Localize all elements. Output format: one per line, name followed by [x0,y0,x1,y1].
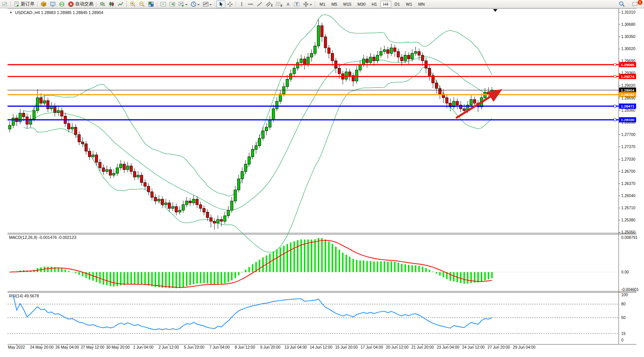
new-chart-dropdown[interactable] [177,1,189,8]
trendline-tool[interactable] [255,1,264,8]
zoom-out-icon[interactable] [137,1,146,8]
svg-text:17 Jun 04:00: 17 Jun 04:00 [361,345,383,349]
svg-text:24 Jun 12:00: 24 Jun 12:00 [462,345,485,349]
dropdown-caret-icon [185,4,187,6]
macd-label: MACD(12,26,9) -0.001476 -0.002123 [9,235,76,240]
svg-text:1.26370: 1.26370 [621,182,635,186]
new-order-button[interactable]: 新订单 [12,1,36,8]
toolbar-separator [315,1,315,7]
hline-1.29274[interactable]: 1.29274 [8,74,636,79]
svg-text:1.25050: 1.25050 [621,230,635,234]
hline-1.28782[interactable]: 1.28782 [8,92,636,97]
timeframe-M1[interactable]: M1 [317,1,328,8]
toolbar-right-icons: 1 [617,1,643,8]
symbols-cube-icon[interactable] [39,1,48,8]
horizontal-line-tool[interactable] [246,1,255,8]
timeframe-H4[interactable]: H4 [380,1,391,8]
hline-1.29595[interactable]: 1.29595 [8,62,636,67]
chart-icon[interactable] [1,1,9,8]
symbol-ohlc-line: USDCAD-,H4 1.28983 1.28985 1.28845 1.289… [15,10,103,15]
fibonacci-tool[interactable]: F [274,1,284,8]
toolbar-separator [157,1,157,7]
chart-shift-marker[interactable] [493,9,498,12]
timeframe-W1[interactable]: W1 [403,1,415,8]
svg-text:15 Jun 20:00: 15 Jun 20:00 [335,345,358,349]
svg-text:50: 50 [621,316,626,320]
svg-text:80: 80 [621,302,626,306]
timeframe-D1[interactable]: D1 [392,1,403,8]
svg-text:1.26700: 1.26700 [621,169,635,174]
svg-text:21 Jun 20:00: 21 Jun 20:00 [411,345,434,349]
timeframe-group: M1M5M15M30H1H4D1W1MN [316,1,428,8]
hline-1.28471[interactable]: 1.28471 [8,104,636,109]
chart-window-icon[interactable] [48,1,57,8]
toolbar-separator [236,1,236,7]
tile-windows-icon[interactable] [146,1,156,8]
chart-area[interactable]: USDCAD-,H4 1.28983 1.28985 1.28845 1.289… [0,8,644,357]
timeframe-M30[interactable]: M30 [355,1,368,8]
svg-text:30 May 20:00: 30 May 20:00 [106,345,130,349]
svg-text:2 Jun 12:00: 2 Jun 12:00 [159,345,179,349]
svg-text:1.28030: 1.28030 [621,120,635,125]
auto-scroll-icon[interactable] [159,1,168,8]
line-chart-type-icon[interactable] [116,1,125,8]
autotrade-button[interactable]: 自动交易 [66,1,95,8]
text-label-tool[interactable]: T [292,1,301,8]
timeframe-H1[interactable]: H1 [369,1,379,8]
signal-icon[interactable] [57,1,66,8]
chart-canvas[interactable]: USDCAD-,H4 1.28983 1.28985 1.28845 1.289… [0,8,644,357]
svg-text:29 Jun 04:00: 29 Jun 04:00 [513,345,536,349]
toolbar-separator [10,1,11,7]
timeframe-M5[interactable]: M5 [329,1,340,8]
new-order-label: 新订单 [21,1,35,7]
dropdown-caret-icon [209,4,212,6]
pane-borders [8,8,636,344]
svg-text:13 Jun 04:00: 13 Jun 04:00 [285,345,307,349]
svg-text:1.31010: 1.31010 [621,10,635,14]
svg-text:100: 100 [621,293,628,297]
vertical-line-tool[interactable] [238,1,246,8]
equidistant-channel-tool[interactable]: E [264,1,274,8]
toolbar-separator [37,1,38,7]
svg-text:15: 15 [621,332,626,336]
hline-1.28904[interactable]: 1.28904 [8,88,636,93]
timeframe-M15[interactable]: M15 [341,1,354,8]
svg-text:8 Jun 12:00: 8 Jun 12:00 [235,345,255,349]
svg-text:1.27700: 1.27700 [621,133,635,137]
hline-1.28100[interactable]: 1.28100 [8,117,636,123]
svg-text:0: 0 [621,338,624,342]
dropdown-caret-icon [310,4,312,6]
timeframe-MN[interactable]: MN [416,1,427,8]
svg-text:27 Jun 20:00: 27 Jun 20:00 [488,345,510,349]
svg-text:1.28690: 1.28690 [621,96,635,100]
svg-text:1.30020: 1.30020 [621,47,635,51]
bollinger-bands [24,15,492,252]
template-dropdown[interactable] [201,1,213,8]
chart-shift-icon[interactable] [168,1,177,8]
svg-text:1.26040: 1.26040 [621,194,635,198]
svg-text:1.29360: 1.29360 [621,71,635,75]
cursor-tool[interactable] [216,0,225,8]
price-axis: 1.310101.306801.303501.300201.296901.293… [619,10,635,234]
svg-text:1.28904: 1.28904 [621,88,635,92]
notifications-chat-icon[interactable]: 1 [630,1,640,8]
svg-text:E: E [271,3,273,7]
svg-text:T: T [296,2,298,6]
svg-text:1.29595: 1.29595 [621,63,635,67]
candlestick-series [8,19,493,230]
svg-text:7 Jun 04:00: 7 Jun 04:00 [209,345,230,349]
notification-badge: 1 [637,0,643,5]
search-icon[interactable] [617,1,627,8]
symbol-bullet-icon [10,12,12,13]
period-clock-dropdown[interactable] [189,1,201,8]
candlestick-type-icon[interactable] [107,1,116,8]
arrows-tool-dropdown[interactable] [301,1,313,8]
svg-text:1.29020: 1.29020 [621,84,635,88]
time-axis: May 202224 May 20:0026 May 04:0027 May 1… [8,344,535,349]
crosshair-tool[interactable] [225,1,235,8]
svg-text:1.30680: 1.30680 [621,22,635,27]
bar-chart-type-icon[interactable] [98,1,107,8]
svg-text:1.25380: 1.25380 [621,218,635,222]
zoom-in-icon[interactable] [128,1,137,8]
text-tool[interactable]: A [284,1,292,8]
